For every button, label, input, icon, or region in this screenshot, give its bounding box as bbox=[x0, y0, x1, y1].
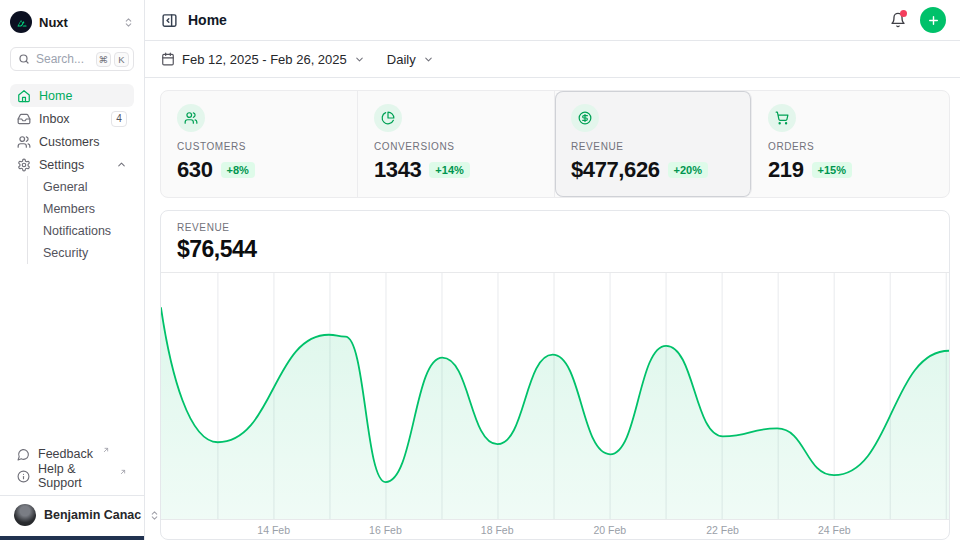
sidebar-item-label: Inbox bbox=[39, 112, 70, 126]
page-title: Home bbox=[188, 12, 227, 28]
search-input[interactable]: Search... ⌘ K bbox=[10, 47, 134, 71]
sidebar-item-home[interactable]: Home bbox=[10, 84, 134, 107]
top-header: Home bbox=[145, 0, 960, 41]
delta-badge: +15% bbox=[812, 162, 852, 178]
stat-card[interactable]: ORDERS 219 +15% bbox=[752, 91, 949, 197]
chevron-down-icon bbox=[354, 54, 365, 65]
info-circle-icon bbox=[17, 470, 30, 483]
sidebar-item-label: Customers bbox=[39, 135, 99, 149]
revenue-area-fill bbox=[161, 308, 949, 519]
user-menu[interactable]: Benjamin Canac bbox=[10, 496, 134, 532]
sidebar-item-notifications[interactable]: Notifications bbox=[28, 220, 134, 242]
delta-badge: +14% bbox=[429, 162, 469, 178]
x-tick-label: 16 Feb bbox=[369, 524, 402, 536]
dollar-circle-icon bbox=[571, 104, 599, 132]
calendar-icon bbox=[161, 52, 175, 66]
sidebar-item-settings[interactable]: Settings bbox=[10, 153, 134, 176]
sidebar-collapse-button[interactable] bbox=[161, 12, 178, 29]
revenue-chart-card: REVENUE $76,544 bbox=[160, 210, 950, 540]
users-icon bbox=[177, 104, 205, 132]
x-tick-label: 18 Feb bbox=[481, 524, 514, 536]
help-support-link[interactable]: Help & Support bbox=[10, 465, 134, 487]
main-area: Home Feb 12, 2025 - Feb 26, 2025 bbox=[145, 0, 960, 540]
nuxt-logo-icon bbox=[10, 11, 32, 33]
chevrons-up-down-icon bbox=[149, 510, 160, 521]
kbd-k: K bbox=[114, 52, 129, 67]
app-window: Nuxt Search... ⌘ K Home bbox=[0, 0, 960, 540]
granularity-select[interactable]: Daily bbox=[387, 52, 434, 67]
external-link-icon bbox=[119, 468, 127, 476]
feedback-label: Feedback bbox=[38, 447, 93, 461]
stat-card[interactable]: CUSTOMERS 630 +8% bbox=[161, 91, 358, 197]
granularity-value: Daily bbox=[387, 52, 416, 67]
chevrons-up-down-icon bbox=[123, 17, 134, 28]
help-support-label: Help & Support bbox=[38, 462, 110, 490]
plus-icon bbox=[927, 14, 940, 27]
workspace-name: Nuxt bbox=[39, 15, 68, 30]
x-tick-label: 22 Feb bbox=[706, 524, 739, 536]
inbox-count-badge: 4 bbox=[111, 111, 127, 127]
stat-value: 1343 bbox=[374, 157, 421, 183]
chevron-up-icon bbox=[116, 159, 127, 170]
sidebar-item-customers[interactable]: Customers bbox=[10, 130, 134, 153]
x-tick-label: 24 Feb bbox=[818, 524, 851, 536]
date-range-picker[interactable]: Feb 12, 2025 - Feb 26, 2025 bbox=[161, 52, 365, 67]
notification-dot bbox=[900, 10, 907, 17]
stat-label: CUSTOMERS bbox=[177, 141, 341, 152]
users-icon bbox=[17, 135, 31, 149]
external-link-icon bbox=[102, 446, 110, 454]
date-range-value: Feb 12, 2025 - Feb 26, 2025 bbox=[182, 52, 347, 67]
notifications-button[interactable] bbox=[890, 12, 906, 28]
chart-title: REVENUE bbox=[177, 222, 933, 233]
chart-x-axis: 14 Feb 16 Feb 18 Feb 20 Feb 22 Feb 24 Fe… bbox=[161, 519, 949, 539]
dashboard-content: CUSTOMERS 630 +8% CONVERSIONS 1343 +14% bbox=[145, 78, 960, 540]
settings-subnav: General Members Notifications Security bbox=[27, 176, 134, 264]
chevron-down-icon bbox=[423, 54, 434, 65]
stat-value: $477,626 bbox=[571, 157, 660, 183]
delta-badge: +20% bbox=[668, 162, 708, 178]
sidebar-item-members[interactable]: Members bbox=[28, 198, 134, 220]
search-shortcut: ⌘ K bbox=[96, 52, 130, 67]
sidebar-item-label: Settings bbox=[39, 158, 84, 172]
sidebar-item-general[interactable]: General bbox=[28, 176, 134, 198]
delta-badge: +8% bbox=[221, 162, 255, 178]
stat-value: 630 bbox=[177, 157, 213, 183]
sidebar-item-label: Home bbox=[39, 89, 72, 103]
chart-plot-area bbox=[161, 272, 949, 519]
stats-row: CUSTOMERS 630 +8% CONVERSIONS 1343 +14% bbox=[160, 90, 950, 198]
kbd-cmd: ⌘ bbox=[96, 52, 112, 67]
stat-label: REVENUE bbox=[571, 141, 735, 152]
stat-value: 219 bbox=[768, 157, 804, 183]
stat-card[interactable]: CONVERSIONS 1343 +14% bbox=[358, 91, 555, 197]
pie-chart-icon bbox=[374, 104, 402, 132]
stat-label: ORDERS bbox=[768, 141, 933, 152]
x-tick-label: 20 Feb bbox=[593, 524, 626, 536]
user-name: Benjamin Canac bbox=[44, 508, 141, 522]
stat-card[interactable]: REVENUE $477,626 +20% bbox=[555, 91, 752, 197]
chart-current-value: $76,544 bbox=[177, 236, 933, 263]
home-icon bbox=[17, 89, 31, 103]
gear-icon bbox=[17, 158, 31, 172]
cart-icon bbox=[768, 104, 796, 132]
revenue-area-chart bbox=[161, 273, 949, 519]
avatar bbox=[14, 504, 36, 526]
sidebar: Nuxt Search... ⌘ K Home bbox=[0, 0, 145, 540]
workspace-switcher[interactable]: Nuxt bbox=[10, 10, 134, 34]
filters-toolbar: Feb 12, 2025 - Feb 26, 2025 Daily bbox=[145, 41, 960, 78]
x-tick-label: 14 Feb bbox=[257, 524, 290, 536]
sidebar-nav: Home Inbox 4 Customers Settings bbox=[10, 84, 134, 264]
inbox-icon bbox=[17, 112, 31, 126]
chart-header: REVENUE $76,544 bbox=[161, 211, 949, 272]
message-icon bbox=[17, 448, 30, 461]
devtools-bar bbox=[0, 536, 144, 540]
sidebar-footer: Feedback Help & Support Benjamin Canac bbox=[10, 443, 134, 532]
stat-label: CONVERSIONS bbox=[374, 141, 538, 152]
sidebar-item-security[interactable]: Security bbox=[28, 242, 134, 264]
add-button[interactable] bbox=[920, 7, 946, 33]
search-placeholder: Search... bbox=[36, 52, 90, 66]
search-icon bbox=[18, 53, 30, 65]
sidebar-item-inbox[interactable]: Inbox 4 bbox=[10, 107, 134, 130]
